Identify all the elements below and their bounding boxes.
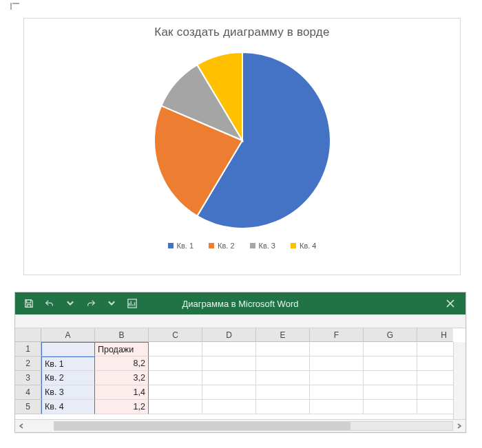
chart-legend: Кв. 1Кв. 2Кв. 3Кв. 4 xyxy=(24,242,460,250)
cell[interactable] xyxy=(202,400,256,414)
legend-swatch xyxy=(291,243,296,248)
cell[interactable] xyxy=(364,356,417,371)
undo-icon[interactable] xyxy=(44,298,55,309)
horizontal-scrollbar[interactable] xyxy=(15,419,465,432)
chart-object[interactable]: Как создать диаграмму в ворде Кв. 1Кв. 2… xyxy=(23,18,461,275)
cell[interactable]: 1,2 xyxy=(95,400,149,414)
row-header[interactable]: 3 xyxy=(15,371,41,385)
cell[interactable]: Кв. 2 xyxy=(41,371,95,385)
legend-item: Кв. 2 xyxy=(209,242,234,250)
legend-label: Кв. 1 xyxy=(177,242,193,250)
row-headers[interactable]: 12345 xyxy=(15,342,41,414)
cell[interactable] xyxy=(202,356,256,371)
cell[interactable] xyxy=(149,342,202,356)
redo-icon[interactable] xyxy=(85,298,96,309)
cell[interactable]: 8,2 xyxy=(95,356,149,371)
vertical-scrollbar[interactable] xyxy=(453,342,465,419)
column-header[interactable]: C xyxy=(149,328,202,342)
cell[interactable] xyxy=(149,356,202,371)
save-icon[interactable] xyxy=(23,298,34,309)
column-header[interactable]: G xyxy=(364,328,417,342)
close-button[interactable] xyxy=(435,292,465,314)
column-header[interactable]: H xyxy=(417,328,465,342)
column-headers[interactable]: ABCDEFGH xyxy=(41,328,453,342)
cell[interactable] xyxy=(41,342,95,356)
chart-tool-icon[interactable] xyxy=(127,298,138,309)
cell[interactable] xyxy=(149,385,202,400)
ruler-corner-v xyxy=(10,3,12,10)
legend-swatch xyxy=(209,243,214,248)
legend-item: Кв. 4 xyxy=(291,242,316,250)
cell[interactable] xyxy=(364,342,417,356)
word-document-canvas: Как создать диаграмму в ворде Кв. 1Кв. 2… xyxy=(0,0,482,285)
column-header[interactable]: F xyxy=(310,328,364,342)
row-header[interactable]: 4 xyxy=(15,385,41,400)
legend-swatch xyxy=(168,243,174,248)
cell[interactable] xyxy=(202,385,256,400)
table-row: Кв. 31,4 xyxy=(41,385,453,400)
cell[interactable]: Кв. 4 xyxy=(41,400,95,414)
close-icon xyxy=(446,299,454,308)
cell[interactable] xyxy=(149,400,202,414)
scroll-left-arrow-icon[interactable] xyxy=(15,420,28,432)
cell[interactable] xyxy=(364,385,417,400)
cells-area[interactable]: ПродажиКв. 18,2Кв. 23,2Кв. 31,4Кв. 41,2 xyxy=(41,342,453,414)
cell[interactable]: 1,4 xyxy=(95,385,149,400)
cell[interactable] xyxy=(256,356,310,371)
table-row: Кв. 23,2 xyxy=(41,371,453,385)
cell[interactable] xyxy=(149,371,202,385)
cell[interactable]: Кв. 3 xyxy=(41,385,95,400)
excel-grid[interactable]: ABCDEFGH 12345 ПродажиКв. 18,2Кв. 23,2Кв… xyxy=(15,328,465,419)
cell[interactable] xyxy=(256,400,310,414)
column-header[interactable]: B xyxy=(95,328,149,342)
table-row: Кв. 18,2 xyxy=(41,356,453,371)
cell[interactable] xyxy=(310,356,364,371)
select-all-corner[interactable] xyxy=(15,328,41,342)
ruler-corner-h xyxy=(12,3,19,4)
table-row: Продажи xyxy=(41,342,453,356)
cell[interactable] xyxy=(256,371,310,385)
pie-chart xyxy=(151,49,334,232)
cell[interactable]: 3,2 xyxy=(95,371,149,385)
redo-dropdown-icon[interactable] xyxy=(106,298,117,309)
row-header[interactable]: 2 xyxy=(15,356,41,371)
cell[interactable] xyxy=(310,385,364,400)
hscroll-thumb[interactable] xyxy=(54,422,350,430)
table-row: Кв. 41,2 xyxy=(41,400,453,414)
cell[interactable] xyxy=(364,400,417,414)
cell[interactable] xyxy=(310,342,364,356)
cell[interactable]: Кв. 1 xyxy=(41,356,95,371)
cell[interactable] xyxy=(256,385,310,400)
row-header[interactable]: 1 xyxy=(15,342,41,356)
legend-label: Кв. 4 xyxy=(300,242,316,250)
undo-dropdown-icon[interactable] xyxy=(65,298,76,309)
column-header[interactable]: E xyxy=(256,328,310,342)
excel-chart-data-window[interactable]: Диаграмма в Microsoft Word ABCDEFGH 1234… xyxy=(14,292,466,433)
legend-item: Кв. 3 xyxy=(250,242,275,250)
cell[interactable]: Продажи xyxy=(95,342,149,356)
hscroll-track[interactable] xyxy=(54,421,453,431)
row-header[interactable]: 5 xyxy=(15,400,41,414)
legend-swatch xyxy=(250,243,255,248)
column-header[interactable]: A xyxy=(41,328,95,342)
excel-ribbon-strip xyxy=(15,314,465,328)
cell[interactable] xyxy=(310,400,364,414)
column-header[interactable]: D xyxy=(202,328,256,342)
cell[interactable] xyxy=(256,342,310,356)
cell[interactable] xyxy=(310,371,364,385)
legend-label: Кв. 2 xyxy=(218,242,234,250)
legend-label: Кв. 3 xyxy=(259,242,275,250)
excel-titlebar[interactable]: Диаграмма в Microsoft Word xyxy=(15,292,465,314)
chart-title: Как создать диаграмму в ворде xyxy=(24,25,460,39)
scroll-right-arrow-icon[interactable] xyxy=(453,420,465,432)
cell[interactable] xyxy=(364,371,417,385)
pie-svg xyxy=(151,49,334,232)
cell[interactable] xyxy=(202,371,256,385)
cell[interactable] xyxy=(202,342,256,356)
legend-item: Кв. 1 xyxy=(168,242,193,250)
